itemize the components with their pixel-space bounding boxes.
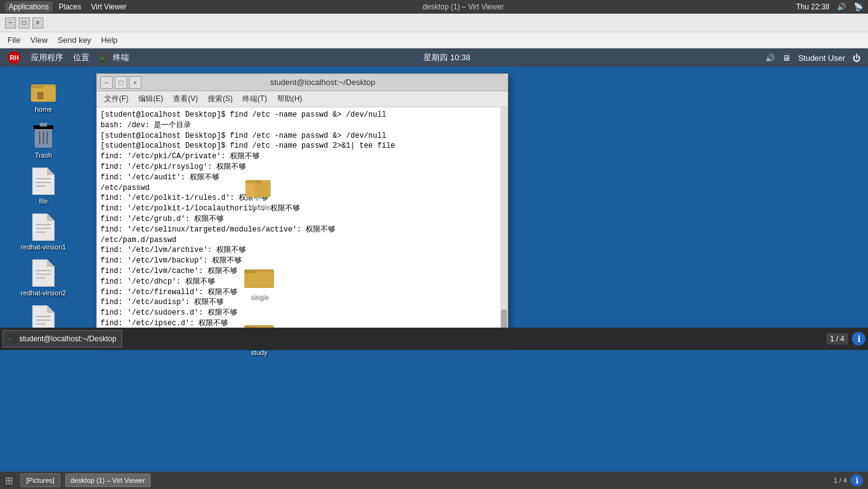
vm-area: RH 应用程序 位置 >_ 终端 星期四 10:38 🔊 🖥 Student U… [0,48,868,472]
menu-sendkey[interactable]: Send key [53,34,96,46]
terminal-menubar: 文件(F) 编辑(E) 查看(V) 搜索(S) 终端(T) 帮助(H) [97,91,508,107]
terminal-minimize-button[interactable]: − [100,76,113,89]
desktop-icon-redhat1[interactable]: redhat-virsion1 [5,210,82,253]
taskbar-terminal-icon: >_ [8,334,17,343]
terminal-menu-search[interactable]: 搜索(S) [203,92,237,105]
system-bar-left: Applications Places Virt Viewer [5,1,130,12]
desktop-icon-redhat2-label: redhat-virsion2 [21,289,66,297]
desktop-icon-home-label: home [35,105,52,113]
svg-rect-7 [37,92,43,99]
file-icon-1 [32,168,55,195]
guest-taskbar-info[interactable]: ℹ [852,332,866,346]
terminal-close-button[interactable]: × [129,76,141,89]
terminal-menu-help[interactable]: 帮助(H) [272,92,308,105]
terminal-menu-terminal[interactable]: 终端(T) [237,92,272,105]
outer-counter: 1 / 4 [834,477,847,484]
vm-content: RH 应用程序 位置 >_ 终端 星期四 10:38 🔊 🖥 Student U… [0,48,868,472]
guest-taskbar-right: 1 / 4 ℹ [826,332,866,346]
outer-title: desktop (1) – Virt Viewer [130,2,796,11]
volume-icon: 🔊 [837,2,846,11]
desktop-icon-home[interactable]: home [5,72,82,115]
outer-menubar: File View Send key Help [0,32,868,48]
outer-maximize-button[interactable]: □ [19,17,30,29]
guest-taskbar-terminal[interactable]: >_ student@localhost:~/Desktop [2,330,122,348]
svg-rect-40 [255,181,263,184]
terminal-titlebar: − □ × student@localhost:~/Desktop [97,74,508,91]
folder-icon-single [244,264,274,289]
outer-taskbar-start-icon: ⊞ [5,475,13,487]
desktop-icons-right-col2: single [242,259,277,303]
guest-taskbar-counter: 1 / 4 [826,333,848,344]
terminal-window: − □ × student@localhost:~/Desktop 文件(F) … [96,73,508,346]
terminal-inner: [student@localhost Desktop]$ find /etc -… [97,107,508,346]
svg-rect-11 [40,123,47,125]
terminal-menu-edit[interactable]: 编辑(E) [133,92,168,105]
svg-rect-39 [255,182,271,197]
guest-network-icon: 🖥 [782,53,790,63]
svg-rect-43 [244,271,257,273]
outer-taskbar: ⊞ [Pictures] desktop (1) – Virt Viewer 1… [0,472,868,489]
desktop: home [0,67,868,350]
applications-menu[interactable]: Applications [5,1,53,12]
network-icon: 📡 [854,2,863,11]
guest-apps-menu[interactable]: 应用程序 [31,52,63,63]
terminal-body[interactable]: [student@localhost Desktop]$ find /etc -… [97,107,500,346]
outer-taskbar-right: 1 / 4 ℹ [834,474,863,487]
guest-topbar-right: 🔊 🖥 Student User ⏻ [765,53,861,63]
home-folder-icon [29,74,58,104]
desktop-icons-left: home [0,67,87,350]
terminal-menu-view[interactable]: 查看(V) [168,92,203,105]
guest-topbar-center: 星期四 10:38 [423,52,470,63]
system-bar: Applications Places Virt Viewer desktop … [0,0,868,14]
outer-window-controls: − □ × [5,17,43,29]
file-icon-2 [32,213,55,241]
terminal-window-controls: − □ × [100,76,141,89]
svg-rect-42 [244,272,274,288]
desktop-icon-double-label: double [249,203,269,210]
places-menu[interactable]: Places [55,1,85,12]
outer-taskbar-pictures[interactable]: [Pictures] [20,473,60,487]
desktop-icon-trash-label: Trash [35,151,52,159]
outer-minimize-button[interactable]: − [5,17,16,29]
guest-power-icon: ⏻ [852,53,861,63]
guest-redhat-logo: RH [7,51,21,65]
guest-taskbar: >_ student@localhost:~/Desktop 1 / 4 ℹ [0,328,868,350]
clock: Thu 22:38 [796,2,830,11]
desktop-icon-single-label: single [250,293,268,300]
guest-places-menu[interactable]: 位置 [73,52,89,63]
guest-topbar: RH 应用程序 位置 >_ 终端 星期四 10:38 🔊 🖥 Student U… [0,48,868,67]
outer-close-button[interactable]: × [32,17,43,29]
desktop-icon-redhat1-label: redhat-virsion1 [21,243,66,251]
virtviewer-menu[interactable]: Virt Viewer [87,1,131,12]
terminal-scrollbar[interactable] [500,107,508,346]
desktop-icon-file[interactable]: file [5,164,82,207]
desktop-icons-right-col: double [242,169,277,213]
terminal-maximize-button[interactable]: □ [115,76,127,89]
guest-volume-icon: 🔊 [765,53,775,63]
guest-user-name: Student User [798,53,845,63]
svg-text:RH: RH [10,55,19,61]
menu-help[interactable]: Help [96,34,123,46]
desktop-icon-trash[interactable]: Trash [5,118,82,161]
folder-icon-double [244,173,274,200]
outer-taskbar-virtviewer[interactable]: desktop (1) – Virt Viewer [65,473,151,487]
terminal-title: student@localhost:~/Desktop [141,78,504,87]
system-bar-right: Thu 22:38 🔊 📡 [796,2,863,11]
svg-text:>_: >_ [100,55,107,61]
guest-topbar-left: RH 应用程序 位置 >_ 终端 [7,51,129,65]
desktop-icon-redhat2[interactable]: redhat-virsion2 [5,256,82,299]
outer-titlebar: − □ × [0,14,868,32]
outer-info-icon[interactable]: ℹ [851,474,863,487]
file-icon-3 [32,259,55,287]
menu-view[interactable]: View [25,34,53,46]
svg-rect-37 [246,181,254,184]
menu-file[interactable]: File [2,34,25,46]
trash-icon [31,120,56,150]
svg-text:>_: >_ [9,337,14,342]
desktop-icon-single[interactable]: single [242,259,277,303]
desktop-icon-double[interactable]: double [242,169,277,213]
terminal-menu-file[interactable]: 文件(F) [99,92,133,105]
desktop-icon-file-label: file [39,197,48,205]
svg-rect-6 [31,86,43,88]
guest-terminal-btn[interactable]: >_ 终端 [99,52,129,63]
